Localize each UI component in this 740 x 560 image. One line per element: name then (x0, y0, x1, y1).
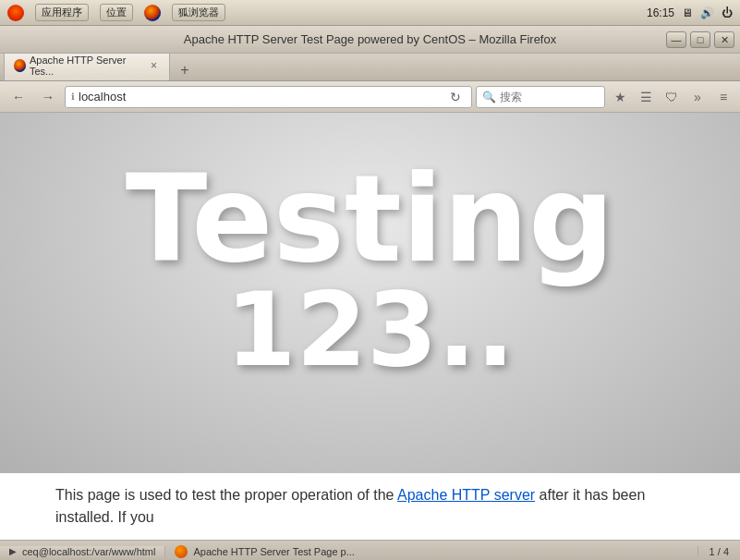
content-area: Testing 123.. (0, 113, 740, 473)
apache-link[interactable]: Apache HTTP server (397, 487, 535, 503)
active-tab[interactable]: Apache HTTP Server Tes... × (4, 50, 170, 80)
status-left: ▶ ceq@localhost:/var/www/html Apache HTT… (0, 545, 698, 558)
system-bar-left: 应用程序 位置 狐浏览器 (7, 4, 225, 21)
reader-icon-button[interactable]: ☰ (635, 86, 657, 108)
firefox-icon (175, 545, 188, 558)
search-box[interactable]: 🔍 (476, 86, 605, 108)
refresh-button[interactable]: ↻ (445, 87, 466, 107)
tab-close-button[interactable]: × (148, 59, 160, 72)
overflow-button[interactable]: » (686, 86, 709, 108)
firefox-logo-icon (144, 5, 161, 21)
volume-icon: 🔊 (700, 6, 714, 19)
description-line1: This page is used to test the proper ope… (55, 487, 394, 503)
tab-bar: Apache HTTP Server Tes... × + (0, 54, 740, 81)
window-controls: — □ ✕ (666, 31, 734, 48)
maximize-button[interactable]: □ (690, 31, 710, 48)
bookmark-icon-button[interactable]: ★ (609, 86, 631, 108)
terminal-status[interactable]: ▶ ceq@localhost:/var/www/html (0, 546, 165, 557)
url-input[interactable] (79, 90, 442, 103)
tab-label: Apache HTTP Server Tes... (30, 55, 144, 77)
tab-favicon (14, 59, 26, 72)
new-tab-button[interactable]: + (174, 60, 196, 80)
location-menu-button[interactable]: 位置 (100, 4, 133, 21)
power-icon: ⏻ (722, 6, 733, 19)
browser-tab-text: Apache HTTP Server Test Page p... (193, 546, 354, 557)
menu-button[interactable]: ≡ (712, 86, 734, 108)
system-bar: 应用程序 位置 狐浏览器 16:15 🖥 🔊 ⏻ (0, 0, 740, 26)
search-icon: 🔍 (482, 91, 496, 103)
system-logo-icon (7, 5, 24, 21)
system-bar-right: 16:15 🖥 🔊 ⏻ (647, 6, 733, 19)
url-bar[interactable]: ℹ ↻ (65, 86, 472, 108)
app-menu-button[interactable]: 应用程序 (35, 4, 89, 21)
forward-button[interactable]: → (35, 85, 61, 109)
screen-icon: 🖥 (682, 6, 693, 19)
description-area: This page is used to test the proper ope… (0, 473, 740, 540)
nav-bar: ← → ℹ ↻ 🔍 ★ ☰ 🛡 » ≡ (0, 81, 740, 113)
back-button[interactable]: ← (6, 85, 31, 109)
window-title: Apache HTTP Server Test Page powered by … (184, 32, 556, 46)
clock: 16:15 (647, 6, 674, 19)
terminal-text: ceq@localhost:/var/www/html (22, 546, 155, 557)
close-button[interactable]: ✕ (714, 31, 734, 48)
numbers-heading: 123.. (225, 279, 515, 381)
browser-menu-button[interactable]: 狐浏览器 (172, 4, 225, 21)
terminal-icon: ▶ (9, 546, 17, 556)
status-bar: ▶ ceq@localhost:/var/www/html Apache HTT… (0, 540, 740, 560)
lock-icon: ℹ (71, 91, 75, 102)
shield-icon-button[interactable]: 🛡 (661, 86, 683, 108)
minimize-button[interactable]: — (666, 31, 686, 48)
browser-status[interactable]: Apache HTTP Server Test Page p... (165, 545, 697, 558)
page-indicator: 1 / 4 (698, 546, 740, 557)
title-bar: Apache HTTP Server Test Page powered by … (0, 26, 740, 54)
testing-heading: Testing (126, 159, 614, 279)
